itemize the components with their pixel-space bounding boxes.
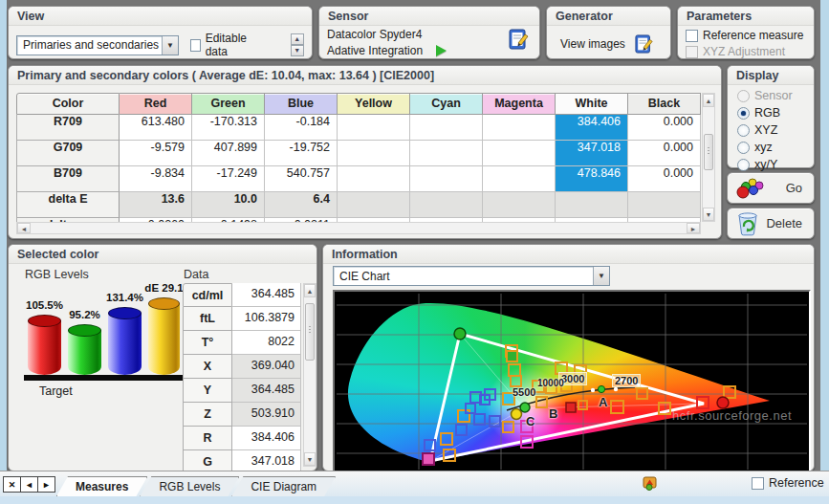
- cell[interactable]: [556, 192, 628, 218]
- table-row[interactable]: G709 -9.579 407.899 -19.752 347.018 0.00…: [16, 141, 701, 166]
- view-spinner[interactable]: ▲ ▼: [291, 33, 304, 56]
- tab-scroll-left-icon[interactable]: ◄: [20, 476, 38, 493]
- spinner-down-icon[interactable]: ▼: [291, 45, 304, 56]
- cell-selected[interactable]: 384.406: [556, 115, 628, 141]
- radio-rgb[interactable]: RGB: [737, 106, 814, 120]
- cell[interactable]: [410, 115, 483, 141]
- tab-cie-diagram[interactable]: CIE Diagram: [231, 476, 336, 496]
- cell[interactable]: -0.184: [265, 115, 338, 141]
- table-row[interactable]: B709 -9.834 -17.249 540.757 478.846 0.00…: [16, 166, 701, 192]
- cell[interactable]: [410, 192, 483, 218]
- table-row-delta-e[interactable]: delta E 13.6 10.0 6.4: [16, 192, 701, 218]
- radio-xyy[interactable]: xy/Y: [737, 158, 814, 171]
- radio-icon[interactable]: [737, 107, 750, 120]
- go-button[interactable]: Go: [727, 172, 815, 204]
- chevron-down-icon[interactable]: ▼: [593, 267, 609, 285]
- cell[interactable]: -19.752: [265, 141, 338, 166]
- column-header[interactable]: Green: [192, 93, 265, 115]
- cell[interactable]: -170.313: [192, 115, 265, 141]
- data-row[interactable]: T°8022: [183, 331, 301, 355]
- data-row[interactable]: R384.406: [183, 427, 301, 450]
- scrollbar-thumb[interactable]: [305, 303, 315, 361]
- data-row[interactable]: ftL106.3879: [183, 307, 301, 331]
- play-icon[interactable]: [436, 45, 447, 56]
- radio-xyz-upper[interactable]: XYZ: [737, 123, 814, 137]
- cell[interactable]: [483, 192, 556, 218]
- cell[interactable]: [338, 192, 410, 218]
- cell[interactable]: 0.000: [628, 166, 701, 192]
- measures-horizontal-scrollbar[interactable]: ◄ ►: [16, 222, 701, 234]
- cell-selected[interactable]: 478.846: [556, 166, 628, 192]
- tab-rgb-levels[interactable]: RGB Levels: [140, 476, 239, 496]
- cell[interactable]: 540.757: [265, 166, 338, 192]
- data-row[interactable]: X369.040: [183, 355, 301, 379]
- scroll-left-icon[interactable]: ◄: [17, 223, 31, 233]
- cell[interactable]: [410, 166, 483, 192]
- tab-measures[interactable]: Measures: [56, 476, 147, 496]
- cell[interactable]: 13.6: [120, 192, 192, 218]
- cell[interactable]: 613.480: [120, 115, 192, 141]
- column-header[interactable]: Color: [16, 93, 120, 115]
- row-header[interactable]: delta E: [16, 192, 120, 218]
- tab-scroll-right-icon[interactable]: ►: [37, 476, 55, 493]
- row-header[interactable]: B709: [16, 166, 120, 192]
- data-row[interactable]: Z503.910: [183, 403, 301, 427]
- column-header[interactable]: Yellow: [338, 93, 410, 115]
- row-header[interactable]: R709: [16, 115, 120, 141]
- cell[interactable]: [483, 166, 556, 192]
- data-row[interactable]: cd/mI364.485: [183, 283, 301, 307]
- cell[interactable]: [338, 166, 410, 192]
- cell[interactable]: [410, 141, 483, 166]
- chevron-down-icon[interactable]: ▼: [162, 36, 178, 55]
- view-images-button[interactable]: View images: [560, 37, 625, 51]
- column-header[interactable]: White: [556, 93, 628, 115]
- cell[interactable]: [338, 115, 410, 141]
- cell[interactable]: 6.4: [265, 192, 338, 218]
- radio-icon[interactable]: [737, 159, 750, 171]
- cell[interactable]: [483, 141, 556, 166]
- column-header[interactable]: Cyan: [410, 93, 483, 115]
- delete-button[interactable]: Delete: [727, 208, 815, 239]
- cell[interactable]: [483, 115, 556, 141]
- column-header[interactable]: Blue: [265, 93, 338, 115]
- spinner-up-icon[interactable]: ▲: [291, 33, 304, 45]
- cell[interactable]: -9.834: [120, 166, 192, 192]
- information-view-dropdown[interactable]: CIE Chart ▼: [333, 266, 610, 286]
- cell[interactable]: 407.899: [192, 141, 265, 166]
- cell[interactable]: -17.249: [192, 166, 265, 192]
- view-mode-dropdown[interactable]: Primaries and secondaries ▼: [16, 35, 179, 55]
- scrollbar-thumb[interactable]: [704, 134, 713, 170]
- column-header[interactable]: Red: [120, 93, 192, 115]
- measures-table-header-row: Color Red Green Blue Yellow Cyan Magenta…: [16, 93, 701, 115]
- radio-icon[interactable]: [737, 124, 750, 137]
- scroll-up-icon[interactable]: ▲: [703, 94, 714, 107]
- reference-checkbox[interactable]: [752, 477, 764, 490]
- cell[interactable]: [628, 192, 701, 218]
- cell[interactable]: -9.579: [120, 141, 192, 166]
- cell[interactable]: 10.0: [192, 192, 265, 218]
- configure-sensor-icon[interactable]: [509, 28, 530, 51]
- column-header[interactable]: Black: [628, 93, 701, 115]
- radio-icon[interactable]: [737, 142, 750, 154]
- scroll-up-icon[interactable]: ▲: [304, 284, 316, 297]
- column-header[interactable]: Magenta: [483, 93, 556, 115]
- scroll-down-icon[interactable]: ▼: [703, 208, 714, 221]
- scroll-right-icon[interactable]: ►: [687, 223, 700, 233]
- display-panel: Display Sensor RGB XYZ xyz xy/Y: [727, 65, 815, 168]
- table-row[interactable]: R709 613.480 -170.313 -0.184 384.406 0.0…: [16, 115, 701, 141]
- data-row[interactable]: Y364.485: [183, 379, 301, 403]
- cell[interactable]: [338, 141, 410, 166]
- editable-data-checkbox[interactable]: [190, 39, 201, 52]
- configure-generator-icon[interactable]: [635, 33, 654, 55]
- data-vertical-scrollbar[interactable]: ▲ ▼: [303, 283, 316, 467]
- reference-toggle[interactable]: Reference: [752, 476, 824, 490]
- cell[interactable]: 0.000: [628, 115, 701, 141]
- scroll-down-icon[interactable]: ▼: [304, 452, 316, 466]
- measures-vertical-scrollbar[interactable]: ▲ ▼: [702, 93, 715, 222]
- radio-xyz-lower[interactable]: xyz: [737, 141, 814, 154]
- row-header[interactable]: G709: [16, 141, 120, 166]
- cell-selected[interactable]: 347.018: [556, 141, 628, 166]
- close-tabs-icon[interactable]: ✕: [3, 476, 21, 493]
- reference-measure-checkbox[interactable]: [686, 30, 698, 42]
- cell[interactable]: 0.000: [628, 141, 701, 166]
